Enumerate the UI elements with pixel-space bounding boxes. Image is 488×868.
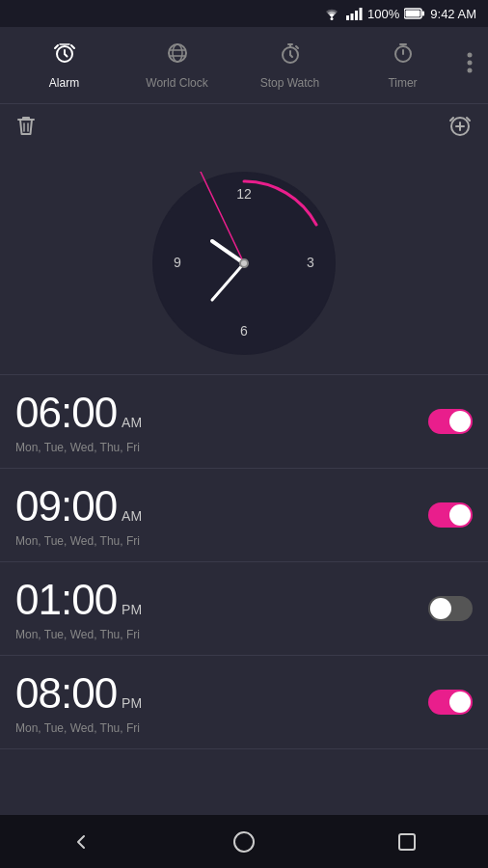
alarm-item[interactable]: 08:00 PM Mon, Tue, Wed, Thu, Fri [0,656,488,749]
toggle-knob [430,598,451,619]
svg-rect-3 [355,11,358,20]
alarm-time: 08:00 PM [15,669,142,718]
wifi-icon [323,7,340,20]
alarm-time-block: 09:00 AM Mon, Tue, Wed, Thu, Fri [15,482,142,548]
world-clock-tab-label: World Clock [146,76,207,90]
status-bar: 100% 9:42 AM [0,0,488,27]
back-button[interactable] [70,831,92,853]
bottom-navigation [0,815,488,868]
svg-text:3: 3 [307,255,314,270]
alarm-days: Mon, Tue, Wed, Thu, Fri [15,628,142,641]
svg-point-16 [468,53,473,58]
world-clock-tab-icon [166,41,189,70]
alarm-time-block: 01:00 PM Mon, Tue, Wed, Thu, Fri [15,576,142,641]
svg-rect-1 [346,15,349,20]
alarm-ampm: AM [122,415,142,430]
svg-text:12: 12 [236,186,252,202]
battery-text: 100% [367,7,399,21]
alarm-toggle[interactable] [428,409,473,434]
alarm-tab-icon [53,41,76,70]
svg-rect-7 [406,11,420,17]
alarm-days: Mon, Tue, Wed, Thu, Fri [15,534,142,548]
clock-face: 12 3 6 9 [152,172,336,355]
alarm-time-block: 08:00 PM Mon, Tue, Wed, Thu, Fri [15,669,142,735]
alarm-list: 06:00 AM Mon, Tue, Wed, Thu, Fri 09:00 A… [0,374,488,749]
svg-point-18 [468,68,473,73]
alarm-time-text: 08:00 [15,669,117,718]
toggle-knob [449,411,471,432]
alarm-time-block: 06:00 AM Mon, Tue, Wed, Thu, Fri [15,389,142,454]
alarm-item[interactable]: 09:00 AM Mon, Tue, Wed, Thu, Fri [0,469,488,562]
analog-clock: 12 3 6 9 [0,152,488,374]
timer-tab-icon [392,41,415,70]
alarm-toggle[interactable] [428,596,473,621]
svg-rect-6 [422,12,425,16]
alarm-item[interactable]: 06:00 AM Mon, Tue, Wed, Thu, Fri [0,375,488,469]
alarm-item[interactable]: 01:00 PM Mon, Tue, Wed, Thu, Fri [0,562,488,656]
delete-button[interactable] [15,114,37,143]
tab-timer[interactable]: Timer [346,34,459,97]
status-icons: 100% 9:42 AM [323,7,476,21]
tab-alarm[interactable]: Alarm [8,34,121,97]
toolbar [0,104,488,152]
alarm-ampm: AM [122,508,142,524]
svg-text:9: 9 [174,255,181,270]
alarm-toggle[interactable] [428,502,473,528]
toggle-knob [449,504,471,526]
signal-icon [345,7,363,20]
alarm-time: 09:00 AM [15,482,142,530]
alarm-days: Mon, Tue, Wed, Thu, Fri [15,441,142,454]
svg-rect-2 [351,14,354,20]
svg-rect-35 [399,834,415,850]
alarm-ampm: PM [122,602,142,617]
time-text: 9:42 AM [430,7,476,21]
svg-text:6: 6 [240,323,248,339]
tab-stopwatch[interactable]: Stop Watch [233,34,346,97]
stopwatch-tab-label: Stop Watch [260,76,320,90]
alarm-time-text: 01:00 [15,576,117,624]
alarm-time-text: 06:00 [15,389,117,437]
add-alarm-button[interactable] [447,113,473,144]
alarm-time-text: 09:00 [15,482,117,530]
alarm-time: 01:00 PM [15,576,142,624]
more-options-button[interactable] [459,43,480,87]
alarm-days: Mon, Tue, Wed, Thu, Fri [15,721,142,735]
svg-rect-4 [360,8,363,20]
svg-point-17 [468,61,473,66]
alarm-ampm: PM [122,695,142,711]
navigation-tabs: Alarm World Clock Stop Watch [0,27,488,104]
toggle-knob [449,692,471,713]
svg-point-0 [331,17,334,20]
alarm-tab-label: Alarm [49,76,79,90]
svg-point-34 [234,832,254,852]
stopwatch-tab-icon [279,41,302,70]
svg-point-9 [169,44,186,62]
alarm-time: 06:00 AM [15,389,142,437]
svg-point-33 [241,260,247,266]
tab-world-clock[interactable]: World Clock [121,34,233,97]
recents-button[interactable] [396,831,418,853]
timer-tab-label: Timer [388,76,417,90]
battery-icon [404,8,425,19]
clock-svg: 12 3 6 9 [152,172,336,355]
home-button[interactable] [232,830,256,854]
svg-point-10 [173,44,182,62]
alarm-toggle[interactable] [428,690,473,715]
